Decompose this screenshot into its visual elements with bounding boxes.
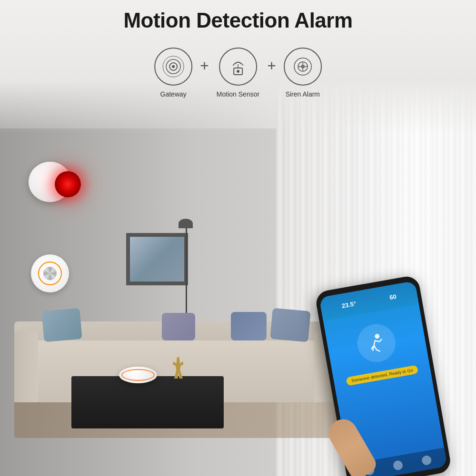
gateway-item: Gateway [154, 48, 192, 98]
wall-motion-sensor [29, 162, 81, 207]
table-device-ring [121, 369, 155, 381]
pillow-2 [86, 312, 121, 340]
main-scene: Motion Detection Alarm Gateway + [0, 0, 476, 476]
phone-humidity: 60 [389, 292, 397, 301]
product-icons-row: Gateway + Motion Sensor + [154, 48, 322, 98]
phone-notification: Someone detected, Ready to Go [346, 365, 418, 386]
temp-value: 23.5 [341, 300, 354, 309]
siren-alarm-item: Siren Alarm [284, 48, 322, 98]
siren-body [31, 254, 69, 292]
svg-point-10 [375, 333, 380, 339]
motion-sensor-icon [226, 55, 250, 78]
siren-fan [43, 267, 57, 280]
running-person-icon [363, 330, 390, 357]
sofa-armrest-left [14, 331, 38, 402]
page-title: Motion Detection Alarm [0, 9, 476, 32]
nav-settings[interactable] [421, 455, 432, 466]
pillow-5 [162, 313, 195, 340]
svg-point-5 [237, 70, 239, 73]
phone-temperature: 23.5° [341, 300, 357, 309]
table-device-body [119, 367, 157, 383]
table-gateway-device [119, 367, 157, 383]
pillow-4 [231, 312, 267, 340]
phone-motion-icon [354, 321, 398, 365]
siren-ring [38, 262, 62, 285]
svg-point-3 [172, 65, 175, 68]
svg-point-9 [301, 65, 305, 68]
plus-icon-2: + [267, 57, 276, 75]
siren-alarm-icon-circle [284, 48, 322, 86]
motion-sensor-icon-circle [219, 48, 257, 86]
wall-siren-device [31, 254, 74, 297]
gateway-icon-circle [154, 48, 192, 86]
motion-sensor-item: Motion Sensor [217, 48, 259, 98]
picture-frame [126, 233, 188, 285]
temp-unit: ° [353, 300, 357, 307]
siren-alarm-icon [291, 55, 315, 78]
coffee-table [71, 376, 224, 428]
gateway-icon [161, 55, 185, 78]
siren-alarm-label: Siren Alarm [286, 90, 320, 98]
phone-main: Someone detected, Ready to Go [323, 304, 432, 395]
motion-sensor-body [29, 162, 71, 202]
motion-sensor-lens [55, 171, 81, 197]
plus-icon-1: + [200, 57, 209, 75]
pillow-1 [41, 308, 82, 342]
floor-lamp-head [178, 219, 193, 228]
pillow-3 [270, 308, 310, 342]
gateway-label: Gateway [160, 90, 187, 98]
motion-sensor-label: Motion Sensor [217, 90, 259, 98]
nav-scene[interactable] [393, 460, 404, 471]
